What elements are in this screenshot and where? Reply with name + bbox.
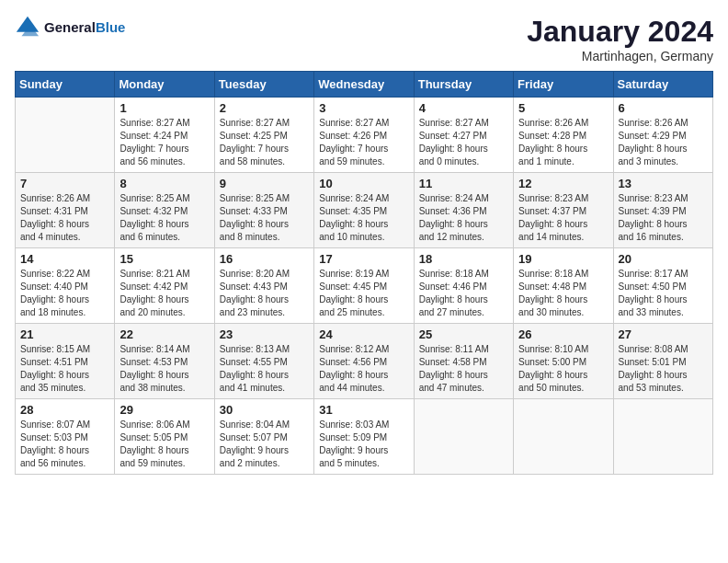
day-info: Sunrise: 8:26 AM Sunset: 4:29 PM Dayligh…	[619, 117, 708, 168]
calendar-day-cell: 15Sunrise: 8:21 AM Sunset: 4:42 PM Dayli…	[115, 248, 214, 324]
logo-general: General	[44, 19, 96, 35]
day-info: Sunrise: 8:27 AM Sunset: 4:26 PM Dayligh…	[319, 117, 408, 168]
weekday-header-monday: Monday	[115, 72, 214, 98]
calendar-day-cell: 30Sunrise: 8:04 AM Sunset: 5:07 PM Dayli…	[214, 399, 313, 475]
day-info: Sunrise: 8:12 AM Sunset: 4:56 PM Dayligh…	[319, 343, 408, 395]
day-number: 14	[20, 252, 109, 266]
day-info: Sunrise: 8:14 AM Sunset: 4:53 PM Dayligh…	[119, 343, 209, 395]
weekday-header-wednesday: Wednesday	[314, 72, 414, 98]
calendar-week-row: 28Sunrise: 8:07 AM Sunset: 5:03 PM Dayli…	[16, 399, 713, 475]
calendar-day-cell: 16Sunrise: 8:20 AM Sunset: 4:43 PM Dayli…	[214, 248, 313, 324]
logo-icon	[15, 15, 40, 40]
weekday-header-row: SundayMondayTuesdayWednesdayThursdayFrid…	[16, 72, 713, 98]
weekday-header-tuesday: Tuesday	[214, 72, 313, 98]
calendar-day-cell	[514, 399, 613, 475]
day-number: 13	[619, 177, 708, 190]
calendar-day-cell: 20Sunrise: 8:17 AM Sunset: 4:50 PM Dayli…	[613, 248, 712, 324]
day-info: Sunrise: 8:15 AM Sunset: 4:51 PM Dayligh…	[20, 343, 109, 395]
day-info: Sunrise: 8:21 AM Sunset: 4:42 PM Dayligh…	[119, 268, 209, 319]
day-number: 12	[518, 177, 608, 190]
calendar-day-cell: 24Sunrise: 8:12 AM Sunset: 4:56 PM Dayli…	[314, 324, 414, 399]
calendar-day-cell: 25Sunrise: 8:11 AM Sunset: 4:58 PM Dayli…	[414, 324, 513, 399]
calendar-table: SundayMondayTuesdayWednesdayThursdayFrid…	[15, 71, 713, 475]
calendar-day-cell: 12Sunrise: 8:23 AM Sunset: 4:37 PM Dayli…	[514, 173, 613, 248]
day-number: 24	[319, 327, 408, 341]
day-info: Sunrise: 8:26 AM Sunset: 4:31 PM Dayligh…	[20, 192, 109, 244]
day-number: 1	[119, 101, 209, 115]
day-info: Sunrise: 8:18 AM Sunset: 4:48 PM Dayligh…	[518, 268, 608, 319]
calendar-day-cell: 22Sunrise: 8:14 AM Sunset: 4:53 PM Dayli…	[115, 324, 214, 399]
calendar-day-cell: 3Sunrise: 8:27 AM Sunset: 4:26 PM Daylig…	[314, 98, 414, 173]
page-header: GeneralBlue January 2024 Martinhagen, Ge…	[15, 15, 713, 63]
day-number: 4	[419, 101, 508, 115]
title-block: January 2024 Martinhagen, Germany	[527, 15, 713, 63]
day-info: Sunrise: 8:22 AM Sunset: 4:40 PM Dayligh…	[20, 268, 109, 319]
day-number: 23	[220, 327, 309, 341]
day-info: Sunrise: 8:27 AM Sunset: 4:25 PM Dayligh…	[220, 117, 309, 168]
day-info: Sunrise: 8:10 AM Sunset: 5:00 PM Dayligh…	[518, 343, 608, 395]
day-number: 10	[319, 177, 408, 190]
month-title: January 2024	[527, 15, 713, 49]
calendar-day-cell: 9Sunrise: 8:25 AM Sunset: 4:33 PM Daylig…	[214, 173, 313, 248]
calendar-day-cell: 13Sunrise: 8:23 AM Sunset: 4:39 PM Dayli…	[613, 173, 712, 248]
day-number: 17	[319, 252, 408, 266]
day-number: 28	[20, 403, 109, 417]
calendar-week-row: 14Sunrise: 8:22 AM Sunset: 4:40 PM Dayli…	[16, 248, 713, 324]
day-number: 15	[119, 252, 209, 266]
day-info: Sunrise: 8:24 AM Sunset: 4:35 PM Dayligh…	[319, 192, 408, 244]
day-info: Sunrise: 8:20 AM Sunset: 4:43 PM Dayligh…	[220, 268, 309, 319]
day-info: Sunrise: 8:13 AM Sunset: 4:55 PM Dayligh…	[220, 343, 309, 395]
day-number: 5	[518, 101, 608, 115]
day-info: Sunrise: 8:08 AM Sunset: 5:01 PM Dayligh…	[619, 343, 708, 395]
day-number: 3	[319, 101, 408, 115]
day-info: Sunrise: 8:25 AM Sunset: 4:33 PM Dayligh…	[220, 192, 309, 244]
day-number: 11	[419, 177, 508, 190]
calendar-week-row: 21Sunrise: 8:15 AM Sunset: 4:51 PM Dayli…	[16, 324, 713, 399]
calendar-day-cell: 23Sunrise: 8:13 AM Sunset: 4:55 PM Dayli…	[214, 324, 313, 399]
logo: GeneralBlue	[15, 15, 125, 40]
calendar-day-cell: 10Sunrise: 8:24 AM Sunset: 4:35 PM Dayli…	[314, 173, 414, 248]
day-info: Sunrise: 8:27 AM Sunset: 4:24 PM Dayligh…	[119, 117, 209, 168]
day-info: Sunrise: 8:17 AM Sunset: 4:50 PM Dayligh…	[619, 268, 708, 319]
day-number: 8	[119, 177, 209, 190]
day-info: Sunrise: 8:07 AM Sunset: 5:03 PM Dayligh…	[20, 419, 109, 470]
day-number: 30	[220, 403, 309, 417]
day-number: 29	[119, 403, 209, 417]
calendar-day-cell: 17Sunrise: 8:19 AM Sunset: 4:45 PM Dayli…	[314, 248, 414, 324]
calendar-day-cell: 29Sunrise: 8:06 AM Sunset: 5:05 PM Dayli…	[115, 399, 214, 475]
day-number: 27	[619, 327, 708, 341]
day-number: 18	[419, 252, 508, 266]
day-info: Sunrise: 8:23 AM Sunset: 4:39 PM Dayligh…	[619, 192, 708, 244]
calendar-day-cell: 8Sunrise: 8:25 AM Sunset: 4:32 PM Daylig…	[115, 173, 214, 248]
day-info: Sunrise: 8:18 AM Sunset: 4:46 PM Dayligh…	[419, 268, 508, 319]
day-number: 6	[619, 101, 708, 115]
calendar-day-cell: 11Sunrise: 8:24 AM Sunset: 4:36 PM Dayli…	[414, 173, 513, 248]
calendar-day-cell: 28Sunrise: 8:07 AM Sunset: 5:03 PM Dayli…	[16, 399, 115, 475]
day-info: Sunrise: 8:04 AM Sunset: 5:07 PM Dayligh…	[220, 419, 309, 470]
day-info: Sunrise: 8:24 AM Sunset: 4:36 PM Dayligh…	[419, 192, 508, 244]
day-info: Sunrise: 8:26 AM Sunset: 4:28 PM Dayligh…	[518, 117, 608, 168]
day-number: 20	[619, 252, 708, 266]
day-number: 16	[220, 252, 309, 266]
weekday-header-sunday: Sunday	[16, 72, 115, 98]
day-info: Sunrise: 8:25 AM Sunset: 4:32 PM Dayligh…	[119, 192, 209, 244]
day-number: 19	[518, 252, 608, 266]
calendar-day-cell	[16, 98, 115, 173]
calendar-week-row: 7Sunrise: 8:26 AM Sunset: 4:31 PM Daylig…	[16, 173, 713, 248]
day-info: Sunrise: 8:19 AM Sunset: 4:45 PM Dayligh…	[319, 268, 408, 319]
calendar-day-cell: 6Sunrise: 8:26 AM Sunset: 4:29 PM Daylig…	[613, 98, 712, 173]
weekday-header-friday: Friday	[514, 72, 613, 98]
day-info: Sunrise: 8:11 AM Sunset: 4:58 PM Dayligh…	[419, 343, 508, 395]
calendar-week-row: 1Sunrise: 8:27 AM Sunset: 4:24 PM Daylig…	[16, 98, 713, 173]
calendar-day-cell: 4Sunrise: 8:27 AM Sunset: 4:27 PM Daylig…	[414, 98, 513, 173]
day-info: Sunrise: 8:27 AM Sunset: 4:27 PM Dayligh…	[419, 117, 508, 168]
day-number: 31	[319, 403, 408, 417]
calendar-day-cell: 18Sunrise: 8:18 AM Sunset: 4:46 PM Dayli…	[414, 248, 513, 324]
day-number: 2	[220, 101, 309, 115]
calendar-day-cell: 7Sunrise: 8:26 AM Sunset: 4:31 PM Daylig…	[16, 173, 115, 248]
calendar-day-cell: 14Sunrise: 8:22 AM Sunset: 4:40 PM Dayli…	[16, 248, 115, 324]
day-info: Sunrise: 8:23 AM Sunset: 4:37 PM Dayligh…	[518, 192, 608, 244]
calendar-day-cell: 1Sunrise: 8:27 AM Sunset: 4:24 PM Daylig…	[115, 98, 214, 173]
logo-blue: Blue	[96, 19, 126, 35]
location: Martinhagen, Germany	[527, 49, 713, 63]
